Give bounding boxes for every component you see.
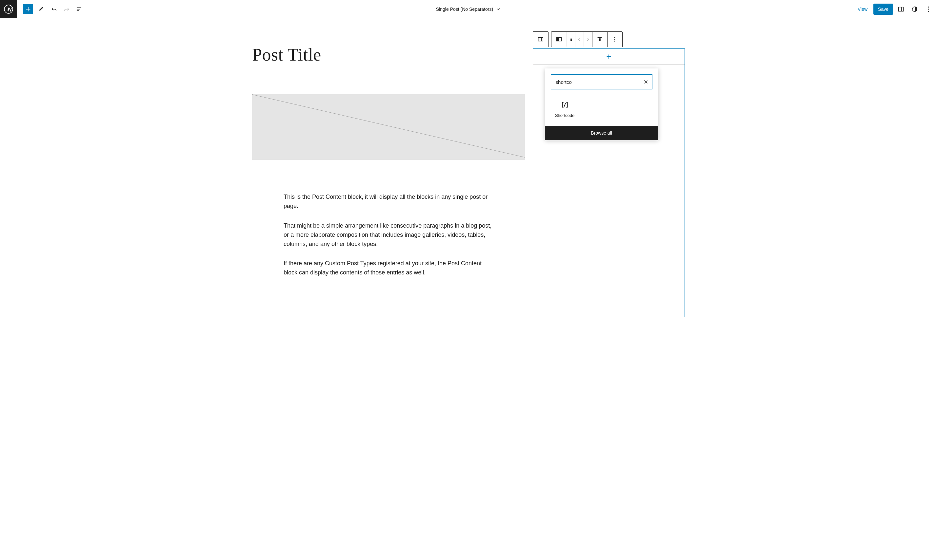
svg-rect-1 — [898, 7, 903, 11]
svg-rect-19 — [599, 38, 600, 41]
select-columns-parent-button[interactable] — [533, 32, 548, 47]
svg-rect-7 — [538, 38, 543, 41]
move-right-button[interactable] — [584, 32, 592, 47]
view-button[interactable]: View — [854, 4, 871, 14]
block-type-column-button[interactable] — [551, 32, 567, 47]
content-paragraph: If there are any Custom Post Types regis… — [284, 259, 493, 277]
list-view-button[interactable] — [73, 3, 85, 15]
svg-point-20 — [614, 37, 615, 38]
block-result-label: Shortcode — [555, 113, 574, 118]
block-inserter-popover: Shortcode Browse all — [545, 68, 658, 140]
svg-point-15 — [571, 39, 572, 40]
block-toolbar — [533, 31, 623, 47]
empty-column-block[interactable]: Shortcode Browse all — [533, 48, 685, 317]
svg-point-13 — [571, 38, 572, 38]
svg-point-21 — [614, 39, 615, 40]
svg-point-6 — [928, 11, 929, 11]
template-name: Single Post (No Separators) — [436, 6, 493, 12]
block-options-button[interactable] — [607, 32, 622, 47]
settings-sidebar-button[interactable] — [895, 3, 907, 15]
browse-all-button[interactable]: Browse all — [545, 126, 658, 140]
svg-point-22 — [614, 41, 615, 42]
svg-point-16 — [570, 40, 570, 41]
svg-point-5 — [928, 9, 929, 9]
vertical-align-button[interactable] — [592, 32, 607, 47]
options-button[interactable] — [923, 3, 934, 15]
svg-point-12 — [570, 38, 570, 38]
post-content-block[interactable]: This is the Post Content block, it will … — [252, 160, 525, 277]
template-selector[interactable]: Single Post (No Separators) — [436, 6, 501, 12]
redo-button[interactable] — [61, 3, 73, 15]
styles-button[interactable] — [909, 3, 921, 15]
chevron-down-icon — [496, 6, 501, 12]
drag-handle[interactable] — [567, 32, 575, 47]
add-block-button[interactable] — [605, 52, 613, 61]
wordpress-logo[interactable] — [0, 0, 17, 18]
content-paragraph: That might be a simple arrangement like … — [284, 222, 493, 249]
featured-image-placeholder[interactable] — [252, 94, 525, 160]
svg-point-14 — [570, 39, 570, 40]
tools-button[interactable] — [36, 3, 48, 15]
close-icon — [643, 79, 649, 85]
clear-search-button[interactable] — [643, 79, 649, 85]
undo-button[interactable] — [48, 3, 60, 15]
svg-point-4 — [928, 6, 929, 8]
save-button[interactable]: Save — [874, 4, 893, 15]
shortcode-icon — [560, 100, 569, 109]
move-left-button[interactable] — [575, 32, 584, 47]
svg-rect-11 — [556, 38, 558, 41]
post-title[interactable]: Post Title — [252, 45, 525, 65]
content-paragraph: This is the Post Content block, it will … — [284, 192, 493, 211]
block-result-shortcode[interactable]: Shortcode — [547, 98, 583, 120]
svg-point-17 — [571, 40, 572, 41]
block-search-input[interactable] — [556, 79, 643, 85]
toggle-inserter-button[interactable] — [23, 4, 33, 14]
